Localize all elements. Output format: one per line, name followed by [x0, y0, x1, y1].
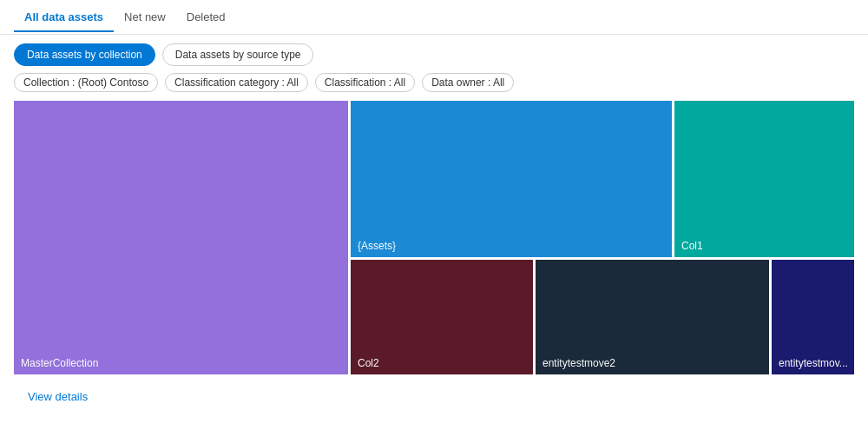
treemap-block-assets[interactable]: {Assets} [351, 101, 672, 257]
tab-all-data-assets[interactable]: All data assets [14, 3, 114, 32]
treemap-block-col2[interactable]: Col2 [351, 260, 533, 374]
treemap-label-entitytestmov: entitytestmov... [772, 352, 854, 374]
treemap-block-master[interactable]: MasterCollection [14, 101, 348, 374]
treemap-top-row: {Assets} Col1 [351, 101, 854, 257]
treemap-block-entitytestmov[interactable]: entitytestmov... [772, 260, 854, 374]
btn-by-source-type[interactable]: Data assets by source type [162, 43, 314, 66]
footer: View details [0, 374, 868, 419]
treemap-label-col1: Col1 [674, 235, 710, 257]
treemap-block-col1[interactable]: Col1 [674, 101, 854, 257]
filter-data-owner[interactable]: Data owner : All [422, 73, 514, 92]
top-tab-bar: All data assets Net new Deleted [0, 0, 868, 35]
filter-classification-category[interactable]: Classification category : All [165, 73, 308, 92]
treemap-label-entitytestmove2: entitytestmove2 [536, 352, 622, 374]
view-toggle-row: Data assets by collection Data assets by… [0, 35, 868, 73]
btn-by-collection[interactable]: Data assets by collection [14, 43, 155, 66]
treemap-label-assets: {Assets} [351, 235, 403, 257]
filter-classification[interactable]: Classification : All [315, 73, 415, 92]
treemap-bottom-row: Col2 entitytestmove2 entitytestmov... [351, 260, 854, 374]
treemap-label-master: MasterCollection [14, 352, 105, 374]
treemap-right: {Assets} Col1 Col2 entitytestmove2 entit… [351, 101, 854, 374]
tab-net-new[interactable]: Net new [114, 3, 176, 32]
filter-collection[interactable]: Collection : (Root) Contoso [14, 73, 158, 92]
treemap-label-col2: Col2 [351, 352, 386, 374]
tab-deleted[interactable]: Deleted [176, 3, 236, 32]
filter-row: Collection : (Root) Contoso Classificati… [0, 73, 868, 101]
treemap-block-entitytestmove2[interactable]: entitytestmove2 [536, 260, 769, 374]
view-details-link[interactable]: View details [14, 381, 102, 412]
treemap: MasterCollection {Assets} Col1 Col2 enti… [14, 101, 854, 374]
